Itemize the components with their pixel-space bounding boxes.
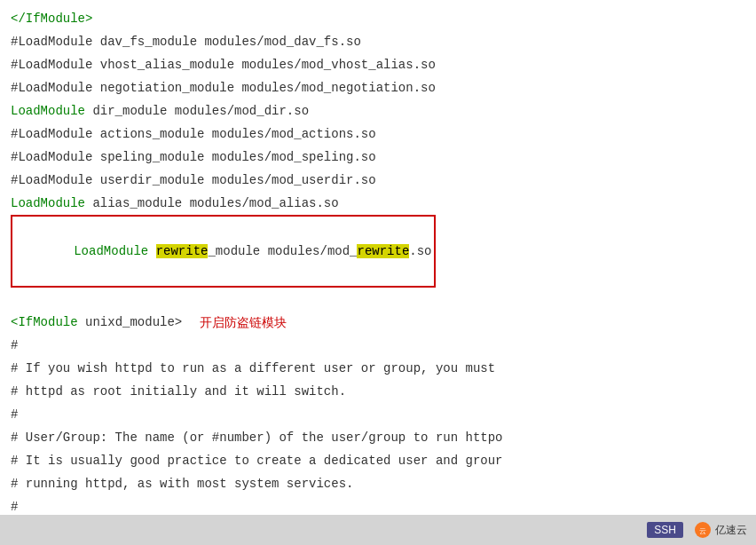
loadmodule-rewrite-keyword: LoadModule	[74, 244, 148, 258]
rewrite-end: .so	[409, 244, 431, 258]
line-alias-module: LoadModule alias_module modules/mod_alia…	[11, 192, 745, 215]
comment-hash-3: #	[11, 495, 18, 515]
line-comment-usergroup: # User/Group: The name (or #number) of t…	[11, 426, 745, 449]
loadmodule-dir-keyword: LoadModule	[11, 99, 85, 122]
loadmodule-alias-keyword: LoadModule	[11, 192, 85, 215]
comment-dav-fs: #LoadModule dav_fs_module modules/mod_da…	[11, 30, 361, 53]
ifmodule-unixd-keyword: <IfModule	[11, 311, 78, 334]
line-actions: #LoadModule actions_module modules/mod_a…	[11, 122, 745, 146]
rewrite-space	[148, 244, 155, 258]
comment-running: # running httpd, as with most system ser…	[11, 472, 353, 495]
line-ifmodule-close: </IfModule>	[11, 7, 745, 30]
ssh-badge: SSH	[647, 522, 683, 538]
line-empty-1	[11, 288, 745, 311]
comment-hash-2: #	[11, 403, 18, 426]
ifmodule-unixd-name: unixd_module>	[78, 311, 183, 334]
line-comment-running: # running httpd, as with most system ser…	[11, 472, 745, 495]
line-hash-2: #	[11, 403, 745, 426]
rewrite-highlight-1: rewrite	[156, 244, 209, 258]
line-dir-module: LoadModule dir_module modules/mod_dir.so	[11, 99, 745, 122]
line-comment-if: # If you wish httpd to run as a differen…	[11, 357, 745, 380]
comment-negotiation: #LoadModule negotiation_module modules/m…	[11, 76, 436, 99]
code-area: </IfModule> #LoadModule dav_fs_module mo…	[0, 0, 756, 515]
line-comment-httpd-root: # httpd as root initially and it will sw…	[11, 380, 745, 403]
rewrite-highlight-2: rewrite	[357, 244, 409, 258]
ifmodule-close-tag: </IfModule>	[11, 7, 92, 30]
logo-area: 云 亿速云	[694, 521, 747, 539]
svg-text:云: 云	[699, 527, 706, 535]
comment-vhost-alias: #LoadModule vhost_alias_module modules/m…	[11, 53, 436, 76]
bottom-bar: SSH 云 亿速云	[0, 515, 756, 545]
editor-container: </IfModule> #LoadModule dav_fs_module mo…	[0, 0, 756, 515]
logo-text: 亿速云	[715, 523, 747, 538]
comment-speling: #LoadModule speling_module modules/mod_s…	[11, 146, 376, 169]
comment-userdir: #LoadModule userdir_module modules/mod_u…	[11, 169, 376, 192]
comment-if-wish: # If you wish httpd to run as a differen…	[11, 357, 495, 380]
line-ifmodule-unixd: <IfModule unixd_module> 开启防盗链模块	[11, 311, 745, 334]
comment-httpd-root: # httpd as root initially and it will sw…	[11, 380, 346, 403]
rewrite-mid: _module modules/mod_	[208, 244, 357, 258]
line-vhost-alias: #LoadModule vhost_alias_module modules/m…	[11, 53, 745, 76]
line-rewrite-module: LoadModule rewrite_module modules/mod_re…	[11, 215, 745, 288]
line-speling: #LoadModule speling_module modules/mod_s…	[11, 146, 745, 169]
annotation-fangdaolian: 开启防盗链模块	[200, 311, 287, 334]
line-negotiation: #LoadModule negotiation_module modules/m…	[11, 76, 745, 99]
comment-usergroup: # User/Group: The name (or #number) of t…	[11, 426, 503, 449]
rewrite-boxed: LoadModule rewrite_module modules/mod_re…	[11, 215, 436, 288]
line-userdir: #LoadModule userdir_module modules/mod_u…	[11, 169, 745, 192]
comment-itis: # It is usually good practice to create …	[11, 449, 503, 472]
loadmodule-alias-rest: alias_module modules/mod_alias.so	[85, 192, 339, 215]
line-dav-fs: #LoadModule dav_fs_module modules/mod_da…	[11, 30, 745, 53]
loadmodule-dir-rest: dir_module modules/mod_dir.so	[85, 99, 309, 122]
line-hash-3: #	[11, 495, 745, 515]
comment-hash-1: #	[11, 334, 18, 357]
yisuyun-logo-icon: 云	[694, 521, 712, 539]
comment-actions: #LoadModule actions_module modules/mod_a…	[11, 122, 376, 146]
line-comment-itis: # It is usually good practice to create …	[11, 449, 745, 472]
line-hash-1: #	[11, 334, 745, 357]
